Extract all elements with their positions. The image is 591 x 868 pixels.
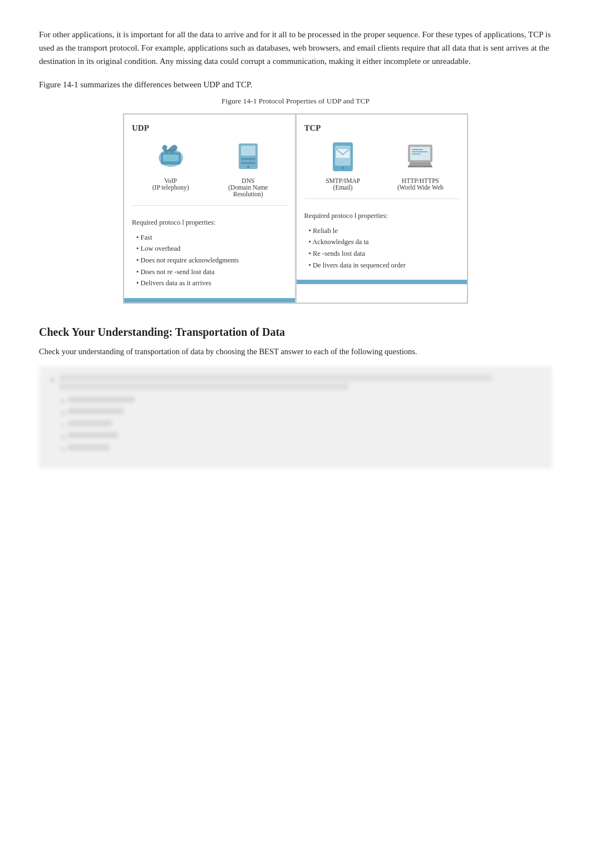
figure-container: UDP VoIP (IP tel [39,113,552,304]
udp-prop-1: Fast [136,232,287,244]
summary-line: Figure 14-1 summarizes the differences b… [39,78,552,91]
protocol-comparison-table: UDP VoIP (IP tel [123,113,468,304]
smtp-sub: (Email) [333,184,353,191]
udp-title: UDP [132,123,287,133]
tcp-prop-list: Reliab le Acknowledges da ta Re -sends l… [304,225,460,271]
udp-properties: Required protoco l properties: Fast Low … [132,217,287,289]
svg-rect-2 [163,155,179,161]
udp-prop-2: Low overhead [136,243,287,255]
tcp-column: TCP SMTP/IM [296,114,468,303]
udp-prop-title: Required protoco l properties: [132,217,287,229]
check-heading: Check Your Understanding: Transportation… [39,326,552,339]
http-icon [404,141,436,173]
svg-rect-16 [412,153,421,155]
smtp-label: SMTP/IMAP [326,177,360,184]
tcp-prop-1: Reliab le [309,225,460,237]
http-item: HTTP/HTTPS (World Wide Web [395,141,445,191]
voip-item: VoIP (IP telephony) [146,141,196,197]
dns-sub2: Resolution) [233,191,263,197]
dns-item: DNS (Domain Name Resolution) [223,141,273,197]
svg-rect-17 [408,166,432,167]
smtp-icon [327,141,359,173]
svg-rect-5 [241,158,255,160]
tcp-prop-title: Required protoco l properties: [304,210,460,222]
quiz-question-1: 1. a. b. c. d. e. [50,374,541,453]
tcp-title: TCP [304,123,460,133]
dns-icon [232,141,264,173]
tcp-bottom-bar [297,280,467,284]
quiz-options-1: a. b. c. d. e. [61,396,541,453]
svg-rect-14 [412,149,423,150]
voip-label: VoIP [164,177,177,184]
tcp-icons: SMTP/IMAP (Email) [304,141,460,199]
udp-bottom-bar [124,298,295,302]
voip-icon [155,141,187,173]
dns-sub: (Domain Name [228,184,268,191]
udp-prop-list: Fast Low overhead Does not require ackno… [132,232,287,289]
tcp-prop-2: Acknowledges da ta [309,236,460,248]
udp-icons: VoIP (IP telephony) [132,141,287,206]
udp-column: UDP VoIP (IP tel [124,114,296,303]
voip-sub: (IP telephony) [152,184,189,191]
tcp-properties: Required protoco l properties: Reliab le… [304,210,460,271]
intro-paragraph: For other applications, it is important … [39,28,552,68]
udp-prop-5: Delivers data as it arrives [136,277,287,289]
svg-point-7 [247,166,249,168]
http-sub: (World Wide Web [397,184,444,191]
svg-rect-4 [241,146,255,156]
tcp-prop-4: De livers data in sequenced order [309,260,460,271]
dns-label: DNS [242,177,254,184]
figure-caption: Figure 14-1 Protocol Properties of UDP a… [39,97,552,106]
tcp-prop-3: Re -sends lost data [309,248,460,260]
check-intro-text: Check your understanding of transportati… [39,345,552,358]
http-label: HTTP/HTTPS [402,177,439,184]
svg-point-11 [342,167,344,169]
quiz-section: 1. a. b. c. d. e. [39,366,552,469]
svg-rect-6 [241,162,255,164]
udp-prop-4: Does not re -send lost data [136,266,287,278]
svg-rect-15 [412,151,427,152]
udp-prop-3: Does not require acknowledgments [136,255,287,266]
smtp-item: SMTP/IMAP (Email) [318,141,368,191]
